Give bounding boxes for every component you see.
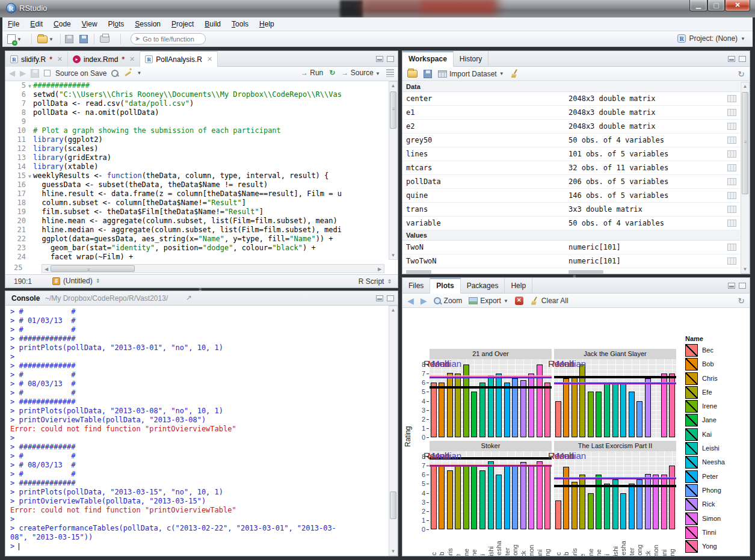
object-row[interactable]: e22048x3 double matrix <box>402 120 740 134</box>
scroll-up-icon[interactable]: ▲ <box>389 307 397 313</box>
editor-vertical-scrollbar[interactable]: ▲ ≡ ▼ <box>389 81 398 260</box>
open-file-button[interactable]: ▼ <box>37 33 54 45</box>
refresh-icon[interactable]: ↻ <box>738 69 745 79</box>
file-type-selector[interactable]: R Script ⇕ <box>359 277 392 286</box>
refresh-icon[interactable]: ↻ <box>738 296 745 306</box>
goto-file-input[interactable] <box>143 35 200 43</box>
object-row[interactable]: TwoTwoNnumeric[101] <box>402 254 740 268</box>
view-data-icon[interactable] <box>727 257 736 265</box>
view-data-icon[interactable] <box>727 164 736 171</box>
window-maximize-button[interactable]: ▢ <box>707 0 725 11</box>
new-file-button[interactable]: + ▼ <box>7 33 22 45</box>
tab-plots[interactable]: Plots <box>430 278 460 294</box>
remove-plot-icon[interactable]: ✕ <box>515 297 523 305</box>
menu-help[interactable]: Help <box>254 17 280 28</box>
console-vertical-scrollbar[interactable]: ▲ ▼ <box>389 306 398 556</box>
tab-index.Rmd[interactable]: ▸index.Rmd*✕ <box>68 52 140 67</box>
scroll-down-icon[interactable]: ▼ <box>389 253 397 258</box>
view-data-icon[interactable] <box>727 123 736 130</box>
menu-project[interactable]: Project <box>166 17 199 28</box>
scroll-down-icon[interactable]: ▼ <box>389 549 397 554</box>
scroll-up-icon[interactable]: ▲ <box>741 84 749 89</box>
tab-workspace[interactable]: Workspace <box>402 51 454 67</box>
horizontal-splitter-grip[interactable]: ≡ <box>573 273 576 279</box>
source-button[interactable]: → Source ▼ <box>341 69 380 77</box>
run-button[interactable]: → Run <box>301 69 323 77</box>
project-menu-button[interactable]: R Project: (None) ▼ <box>677 34 745 43</box>
tab-packages[interactable]: Packages <box>461 278 505 294</box>
object-row[interactable]: variable50 obs. of 4 variables <box>402 217 740 230</box>
scrollbar-thumb[interactable]: ≡ <box>51 265 135 272</box>
tab-files[interactable]: Files <box>402 278 430 294</box>
open-in-new-icon[interactable]: ↗ <box>186 294 192 302</box>
tab-history[interactable]: History <box>454 51 488 67</box>
export-button[interactable]: Export ▼ <box>469 297 508 305</box>
save-icon[interactable] <box>31 69 39 78</box>
window-close-button[interactable]: ✕ <box>725 0 750 11</box>
save-workspace-icon[interactable] <box>424 70 432 78</box>
nav-forward-icon[interactable]: ▶ <box>20 69 26 78</box>
clear-all-button[interactable]: Clear All <box>530 297 569 306</box>
object-row[interactable]: trans3x3 double matrix <box>402 203 740 217</box>
maximize-pane-icon[interactable] <box>739 283 746 289</box>
close-tab-icon[interactable]: ✕ <box>207 55 212 63</box>
close-tab-icon[interactable]: ✕ <box>57 55 63 63</box>
scrollbar-thumb[interactable]: ≡ <box>742 92 748 194</box>
object-row[interactable]: grey5050 obs. of 4 variables <box>402 134 740 147</box>
zoom-button[interactable]: Zoom <box>434 297 463 305</box>
minimize-pane-icon[interactable] <box>376 56 383 62</box>
scrollbar-thumb[interactable] <box>390 491 396 519</box>
load-workspace-icon[interactable] <box>407 70 418 78</box>
view-data-icon[interactable] <box>727 150 736 158</box>
code-editor-surface[interactable]: 5▼#############6setwd("C:\\Users\\Chris … <box>5 81 388 260</box>
maximize-pane-icon[interactable] <box>387 56 394 62</box>
print-button[interactable] <box>100 33 109 45</box>
title-bar[interactable]: R RStudio ▁ ▢ ✕ <box>0 0 755 17</box>
tab-slidify.R[interactable]: Rslidify.R*✕ <box>5 52 68 67</box>
tab-PollAnalysis.R[interactable]: RPollAnalysis.R✕ <box>140 51 218 67</box>
rerun-icon[interactable]: ↻ <box>329 69 335 77</box>
maximize-pane-icon[interactable] <box>387 295 394 301</box>
goto-file-search[interactable]: ➤ <box>131 33 206 45</box>
object-row[interactable]: e12048x3 double matrix <box>402 106 740 120</box>
source-on-save-checkbox[interactable] <box>44 70 51 76</box>
clear-workspace-broom-icon[interactable] <box>510 69 519 78</box>
scope-selector[interactable]: # (Untitled) ⇕ <box>52 277 100 285</box>
view-data-icon[interactable] <box>727 137 736 144</box>
object-row[interactable]: TwoNnumeric[101] <box>402 241 740 254</box>
scroll-down-icon[interactable]: ▼ <box>741 266 749 272</box>
console-output[interactable]: > # #> # 01/03/13 #> # #> #############>… <box>5 306 388 556</box>
menu-edit[interactable]: Edit <box>25 17 48 28</box>
scroll-right-icon[interactable]: ▶ <box>377 266 382 272</box>
save-all-button[interactable] <box>79 33 88 45</box>
menu-file[interactable]: File <box>2 17 25 28</box>
minimize-pane-icon[interactable] <box>728 56 735 62</box>
view-data-icon[interactable] <box>727 192 736 199</box>
view-data-icon[interactable] <box>727 244 736 251</box>
search-icon[interactable] <box>111 70 119 77</box>
object-row[interactable]: mtcars32 obs. of 11 variables <box>402 161 740 175</box>
editor-horizontal-scrollbar[interactable]: ◀ ≡ ▶ <box>42 264 384 273</box>
menu-tools[interactable]: Tools <box>226 17 254 28</box>
menu-build[interactable]: Build <box>199 17 226 28</box>
save-button[interactable] <box>65 33 73 45</box>
menu-session[interactable]: Session <box>129 17 166 28</box>
object-row[interactable]: lines101 obs. of 5 variables <box>402 147 740 161</box>
fold-arrow-icon[interactable]: ▼ <box>28 172 33 181</box>
workspace-vertical-scrollbar[interactable]: ▲ ≡ ▼ <box>741 82 750 274</box>
horizontal-splitter-grip[interactable]: ≡ <box>199 286 202 292</box>
menu-plots[interactable]: Plots <box>103 17 130 28</box>
object-row[interactable]: quine146 obs. of 5 variables <box>402 189 740 203</box>
view-data-icon[interactable] <box>727 206 736 213</box>
maximize-pane-icon[interactable] <box>739 56 746 62</box>
view-data-icon[interactable] <box>727 95 736 102</box>
view-data-icon[interactable] <box>727 109 736 116</box>
object-row[interactable]: pollData206 obs. of 5 variables <box>402 175 740 189</box>
scroll-left-icon[interactable]: ◀ <box>44 266 49 272</box>
menu-code[interactable]: Code <box>48 17 76 28</box>
window-minimize-button[interactable]: ▁ <box>689 0 707 11</box>
minimize-pane-icon[interactable] <box>376 295 383 301</box>
close-tab-icon[interactable]: ✕ <box>129 55 135 63</box>
import-dataset-button[interactable]: Import Dataset ▼ <box>438 70 504 78</box>
menu-view[interactable]: View <box>76 17 103 28</box>
